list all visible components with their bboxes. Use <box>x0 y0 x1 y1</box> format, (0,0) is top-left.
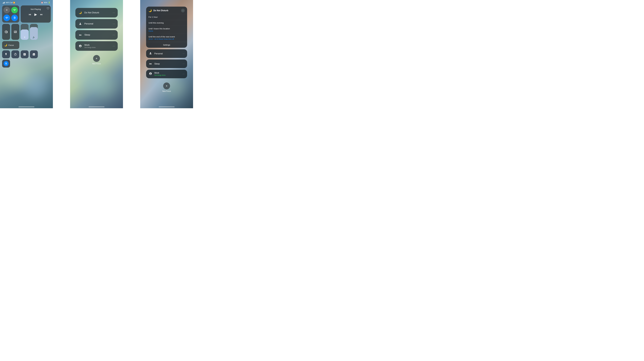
sleep-icon: 🛏 <box>78 33 82 37</box>
status-right: ⏰ 90% 🔋 <box>41 1 50 3</box>
dnd-option-location[interactable]: Until I leave this location Home <box>146 26 187 34</box>
work-text: Work Get things done <box>84 44 113 48</box>
bluetooth-button[interactable]: ℬ <box>11 14 18 21</box>
battery-icon: 🔋 <box>48 1 50 3</box>
sleep-text: Sleep <box>84 33 113 36</box>
shazam-label: S <box>5 62 7 65</box>
phone2-focus-list: 🌙 Do Not Disturb ··· Personal ··· 🛏 Slee… <box>70 0 123 108</box>
dnd-name: Do Not Disturb <box>84 11 113 14</box>
dnd-text: Do Not Disturb <box>84 11 113 14</box>
dnd-option-evening[interactable]: Until this evening <box>146 20 187 26</box>
dnd-card-dots-button[interactable]: ··· <box>181 9 185 12</box>
dnd-header: 🌙 Do Not Disturb ··· <box>146 6 187 14</box>
work-icon <box>78 44 82 48</box>
phone3-work-item[interactable]: Work Get things done ··· <box>146 70 187 78</box>
dnd-more-button[interactable]: ··· <box>113 11 115 14</box>
new-focus-label: New Focus <box>92 63 101 65</box>
airplane-mode-button[interactable]: ✈ <box>4 7 10 13</box>
new-focus-plus: + <box>96 56 98 60</box>
phone3-sleep-text: Sleep <box>154 63 182 65</box>
media-title: Not Playing <box>23 8 49 10</box>
personal-name: Personal <box>84 22 113 25</box>
dnd-option-hour-label: For 1 hour <box>148 16 158 18</box>
personal-text: Personal <box>84 22 113 25</box>
focus-item-work[interactable]: Work Get things done ··· <box>76 41 118 51</box>
dnd-option-event[interactable]: Until the end of the next event 15:12 - … <box>146 34 187 42</box>
work-more-button[interactable]: ··· <box>113 45 115 47</box>
dnd-option-location-label: Until I leave this location <box>148 27 185 30</box>
torch-button[interactable] <box>2 50 10 58</box>
carrier-text: WiFi Call <box>6 1 12 3</box>
focus-moon-icon: 🌙 <box>4 44 7 46</box>
phone3-sleep-item[interactable]: 🛏 Sleep ··· <box>146 59 187 68</box>
dnd-card-moon-icon: 🌙 <box>148 9 152 12</box>
phone3-new-focus-plus: + <box>166 84 168 88</box>
dnd-settings-label: Settings <box>163 44 170 46</box>
alarm-icon: ⏰ <box>41 1 43 3</box>
dnd-option-location-sub: Home <box>148 30 185 32</box>
focus-item-sleep[interactable]: 🛏 Sleep ··· <box>76 30 118 40</box>
volume-icon: 🔊 <box>32 36 35 38</box>
phone3-personal-item[interactable]: Personal ··· <box>146 49 187 58</box>
status-bar-1: WiFi Call 📶 ⏰ 90% 🔋 <box>0 0 53 4</box>
media-controls: ⏮ ▶ ⏭ <box>23 12 49 16</box>
dnd-card-title: Do Not Disturb <box>154 9 180 12</box>
focus-list-content: 🌙 Do Not Disturb ··· Personal ··· 🛏 Slee… <box>70 0 123 67</box>
media-player-block: Not Playing ⏮ ▶ ⏭ <box>21 5 51 22</box>
signal-bars <box>3 2 5 3</box>
phone3-work-sub: Get things done <box>154 74 182 76</box>
screen-mirror-button[interactable] <box>11 24 19 40</box>
dnd-settings-button[interactable]: Settings <box>146 42 187 48</box>
focus-item-dnd[interactable]: 🌙 Do Not Disturb ··· <box>76 8 118 17</box>
dnd-option-evening-label: Until this evening <box>148 22 164 24</box>
phone3-sleep-more[interactable]: ··· <box>182 63 185 65</box>
media-play-button[interactable]: ▶ <box>34 12 37 16</box>
timer-button[interactable] <box>11 50 19 58</box>
phone3-personal-name: Personal <box>154 52 182 55</box>
focus-item-personal[interactable]: Personal ··· <box>76 19 118 28</box>
hotspot-button[interactable] <box>11 7 18 13</box>
airplay-button[interactable] <box>47 7 49 10</box>
phone3-work-text: Work Get things done <box>154 72 182 76</box>
dnd-icon: 🌙 <box>78 10 82 15</box>
personal-icon <box>78 21 82 26</box>
calculator-button[interactable] <box>21 50 28 58</box>
brightness-icon: ☀ <box>24 36 26 38</box>
phone3-new-focus-label: New Focus <box>162 90 171 92</box>
phone3-personal-more[interactable]: ··· <box>182 52 185 55</box>
volume-slider[interactable]: 🔊 <box>30 24 38 40</box>
sleep-name: Sleep <box>84 33 113 36</box>
connectivity-block: ✈ ℬ <box>2 5 19 22</box>
wifi-button[interactable] <box>4 14 10 21</box>
work-name: Work <box>84 44 113 46</box>
phone1-control-center: WiFi Call 📶 ⏰ 90% 🔋 ✈ <box>0 0 53 108</box>
divider-left <box>53 0 70 108</box>
sleep-more-button[interactable]: ··· <box>113 33 115 36</box>
dnd-option-hour[interactable]: For 1 hour <box>146 14 187 20</box>
dnd-expanded-card: 🌙 Do Not Disturb ··· For 1 hour Until th… <box>146 6 187 48</box>
home-indicator-1 <box>18 106 34 107</box>
camera-button[interactable] <box>30 50 38 58</box>
focus-button[interactable]: 🌙 Focus <box>2 41 19 49</box>
personal-more-button[interactable]: ··· <box>113 22 115 25</box>
dnd-content: 🌙 Do Not Disturb ··· For 1 hour Until th… <box>140 0 193 95</box>
phone3-work-icon <box>148 72 152 76</box>
phone3-work-more[interactable]: ··· <box>182 73 185 75</box>
brightness-slider[interactable]: ☀ <box>21 24 28 40</box>
phone3-personal-icon <box>148 52 152 55</box>
phone3-new-focus-button[interactable]: + New Focus <box>162 82 171 92</box>
dnd-option-event-label: Until the end of the next event <box>148 35 185 38</box>
battery-percentage: 90% <box>44 1 47 3</box>
phone3-sleep-icon: 🛏 <box>148 62 152 65</box>
new-focus-button[interactable]: + New Focus <box>92 55 101 65</box>
shazam-button[interactable]: S <box>2 60 10 67</box>
media-next-button[interactable]: ⏭ <box>40 13 43 16</box>
phone3-new-focus-circle: + <box>163 82 170 89</box>
media-prev-button[interactable]: ⏮ <box>28 13 31 16</box>
dnd-option-event-sub: 15:12 - 16:12 Book Xmas time off <box>148 38 185 40</box>
divider-right <box>123 0 140 108</box>
shazam-inner: S <box>4 61 8 66</box>
wifi-status-icon: 📶 <box>13 2 15 3</box>
rotation-lock-button[interactable] <box>2 24 10 40</box>
new-focus-circle: + <box>93 55 100 62</box>
